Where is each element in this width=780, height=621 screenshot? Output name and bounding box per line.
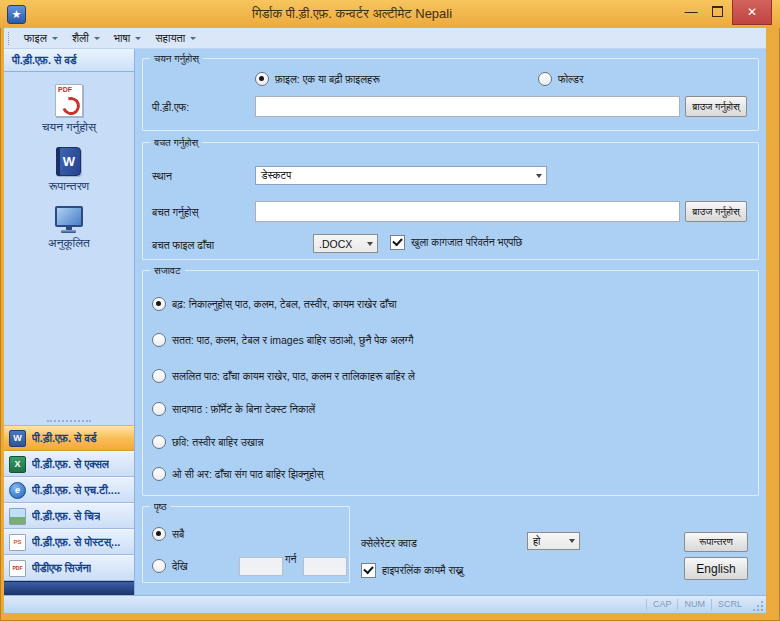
word-icon: W [9,430,26,447]
select-group-label: चयन गर्नुहोस् [150,52,203,65]
layout-option-label: ओ सी अर: ढाँचा संग पाठ बाहिर झिक्नुहोस् [172,468,324,481]
combo-arrow-icon [362,235,377,252]
format-select[interactable]: .DOCX [313,234,378,253]
sidebar-action-select[interactable]: PDF चयन गर्नुहोस् [42,84,96,134]
chevron-down-icon [52,37,58,40]
layout-option-label: सादापाठ : फ़ॉर्मेट के बिना टेक्स्ट निकाल… [172,403,315,416]
layout-option-images[interactable]: छवि: तस्वीर बाहिर उखान्न [152,435,264,449]
layout-option-label: सललित पाठ: ढाँचा कायम राखेर, पाठ, कलम र … [172,370,415,383]
radio-folder[interactable]: फोल्डर [538,72,583,86]
resize-grip[interactable] [751,599,764,612]
close-button[interactable]: ✕ [732,0,772,25]
titlebar: ★ गिर्डाक पी.ड़ी.एफ़. कन्वर्टर अल्टीमेट … [0,0,780,28]
layout-option-label: छवि: तस्वीर बाहिर उखान्न [172,436,264,449]
radio-icon [152,527,166,541]
menu-style-label: शैली [72,32,89,45]
pdf-field-label: पी.ड़ी.एफ: [152,101,189,114]
caps-lock-indicator: CAP [646,599,678,610]
chevron-down-icon [94,37,100,40]
layout-option-continuous[interactable]: सतत: पाठ, कलम, टेबल र images बाहिर उठाओ,… [152,333,413,347]
pages-from-radio[interactable]: देखि [152,559,188,573]
computer-icon [55,206,83,233]
menu-file[interactable]: फाइल [17,28,65,48]
location-select[interactable]: डेस्कटप [255,166,547,185]
open-after-label: खुला कागजात परिवर्तन भएपछि [411,236,522,249]
combo-arrow-icon [564,533,579,549]
nav-item-label: पी.ड़ी.एफ़. से पोस्टस्... [32,536,120,549]
chevron-down-icon [190,37,196,40]
english-button[interactable]: English [684,557,748,580]
pages-all-radio[interactable]: सबै [152,527,184,541]
image-icon [9,508,26,525]
save-path-input[interactable] [255,201,680,222]
combo-arrow-icon [531,167,546,184]
sidebar-action-customize[interactable]: अनुकूलित [48,206,90,250]
layout-option-plaintext[interactable]: सादापाठ : फ़ॉर्मेट के बिना टेक्स्ट निकाल… [152,402,315,416]
sidebar-action-label: अनुकूलित [48,236,90,250]
hyperlink-checkbox[interactable]: हाइपरलिंक कायमै राख्नु [361,563,463,578]
sidebar-action-label: चयन गर्नुहोस् [42,120,96,134]
format-label: बचत फाइल ढाँचा [152,239,214,252]
page-from-input[interactable] [239,557,283,576]
pages-to-label: गर्न [285,553,296,566]
sidebar-item-pdf-to-image[interactable]: पी.ड़ी.एफ़. से चित्र [4,503,134,529]
html-icon: e [9,482,26,499]
pages-from-label: देखि [172,560,188,573]
radio-icon [255,72,269,86]
word-book-icon: W [56,147,81,176]
radio-icon [152,559,166,573]
accelerator-value: हो [533,535,540,548]
sidebar-item-create-pdf[interactable]: PDF पीडीएफ सिर्जना [4,555,134,581]
radio-icon [152,435,166,449]
checkbox-icon [361,563,376,578]
sidebar-action-label: रूपान्तरण [49,179,89,193]
menu-language[interactable]: भाषा [107,28,149,48]
radio-icon [152,402,166,416]
nav-item-label: पी.ड़ी.एफ़. से एच.टी.... [32,484,120,497]
layout-group-label: सजावट [150,264,185,277]
app-window: ★ गिर्डाक पी.ड़ी.एफ़. कन्वर्टर अल्टीमेट … [0,0,780,621]
browse-save-button[interactable]: ब्राउज गर्नुहोस् [685,201,747,222]
radio-file-label: फ़ाइल: एक या बढ़ी फ़ाइलहरू [275,73,380,86]
layout-option-ocr[interactable]: ओ सी अर: ढाँचा संग पाठ बाहिर झिक्नुहोस् [152,467,324,481]
pdf-path-input[interactable] [255,96,680,117]
menu-help-label: सहायता [155,32,185,45]
menubar: फाइल शैली भाषा सहायता [4,28,766,49]
minimize-button[interactable]: — [678,0,704,22]
page-group-label: पृष्ठ [150,500,171,513]
radio-icon [538,72,552,86]
menu-style[interactable]: शैली [65,28,107,48]
accelerator-label: क्सेलेरेटर क्वाड [361,537,417,550]
window-title: गिर्डाक पी.ड़ी.एफ़. कन्वर्टर अल्टीमेट Ne… [26,6,678,22]
sidebar-actions: PDF चयन गर्नुहोस् W रूपान्तरण अनुकूलित [4,72,134,417]
sidebar-item-pdf-to-postscript[interactable]: PS पी.ड़ी.एफ़. से पोस्टस्... [4,529,134,555]
browse-pdf-button[interactable]: ब्राउज गर्नुहोस् [685,96,747,117]
accelerator-select[interactable]: हो [527,532,580,550]
pages-all-label: सबै [172,528,184,541]
menu-help[interactable]: सहायता [148,28,203,48]
postscript-icon: PS [9,534,26,551]
num-lock-indicator: NUM [677,599,711,610]
convert-button[interactable]: रूपान्तरण [684,532,748,552]
pdf-create-icon: PDF [9,560,26,577]
checkbox-icon [390,235,405,250]
nav-item-label: पीडीएफ सिर्जना [32,562,91,575]
location-value: डेस्कटप [261,169,291,182]
sidebar-action-convert[interactable]: W रूपान्तरण [49,147,89,193]
save-path-label: बचत गर्नुहोस् [152,206,198,219]
sidebar-item-pdf-to-html[interactable]: e पी.ड़ी.एफ़. से एच.टी.... [4,477,134,503]
maximize-button[interactable] [704,0,730,22]
menubar-grip [8,32,12,45]
sidebar-item-pdf-to-word[interactable]: W पी.ड़ी.एफ़. से वर्ड [4,425,134,451]
sidebar-splitter[interactable] [4,417,134,425]
page-to-input[interactable] [303,557,347,576]
radio-icon [152,333,166,347]
sidebar: पी.ड़ी.एफ़. से वर्ड PDF चयन गर्नुहोस् W … [4,49,135,595]
open-after-checkbox[interactable]: खुला कागजात परिवर्तन भएपछि [390,235,522,250]
format-value: .DOCX [319,238,352,250]
radio-file[interactable]: फ़ाइल: एक या बढ़ी फ़ाइलहरू [255,72,380,86]
layout-option-flowing[interactable]: बढ़: निकाल्नुहोस् पाठ, कलम, टेबल, तस्वीर… [152,297,397,311]
menu-file-label: फाइल [24,32,47,45]
layout-option-formatted[interactable]: सललित पाठ: ढाँचा कायम राखेर, पाठ, कलम र … [152,369,415,383]
sidebar-item-pdf-to-excel[interactable]: X पी.ड़ी.एफ़. से एक्सल [4,451,134,477]
